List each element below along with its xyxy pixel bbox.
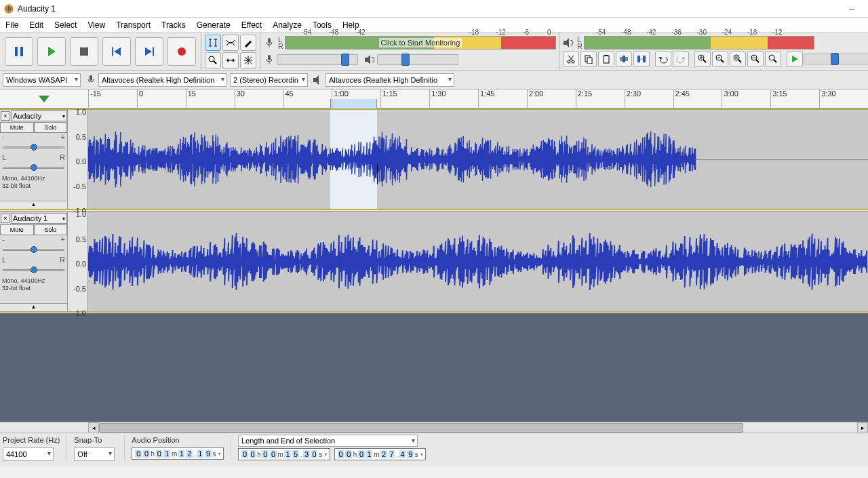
project-rate-combo[interactable]: 44100 xyxy=(3,447,54,461)
svg-marker-6 xyxy=(48,47,56,56)
gain-slider[interactable] xyxy=(3,245,64,254)
timeline-tick: 0 xyxy=(137,89,143,108)
track-close-button[interactable]: × xyxy=(1,214,10,223)
track-collapse-button[interactable]: ▲ xyxy=(0,303,67,311)
gain-slider[interactable] xyxy=(3,142,64,152)
svg-line-20 xyxy=(214,61,216,64)
playback-device-combo[interactable]: Altavoces (Realtek High Definitio xyxy=(326,73,454,87)
scroll-right-button[interactable]: ▸ xyxy=(857,422,868,433)
selection-mode-combo[interactable]: Length and End of Selection xyxy=(238,435,418,447)
svg-rect-7 xyxy=(80,47,88,56)
stop-button[interactable] xyxy=(70,37,98,66)
audio-position-field[interactable]: 00h01m12.19s xyxy=(132,447,224,460)
mute-button[interactable]: Mute xyxy=(0,122,34,133)
pan-slider[interactable] xyxy=(3,163,64,172)
vertical-scale[interactable]: 1.00.50.0-0.5-1.0 xyxy=(68,110,88,209)
svg-line-53 xyxy=(703,60,706,62)
skip-start-button[interactable] xyxy=(102,37,131,66)
waveform-area[interactable] xyxy=(88,212,868,311)
undo-button[interactable] xyxy=(655,51,671,67)
playback-speed-slider[interactable] xyxy=(804,54,868,64)
horizontal-scrollbar[interactable]: ◂ ▸ xyxy=(0,422,868,433)
menu-transport[interactable]: Transport xyxy=(111,18,156,32)
svg-rect-45 xyxy=(637,56,640,62)
svg-rect-43 xyxy=(625,57,628,61)
transport-toolbar xyxy=(0,33,201,70)
monitoring-hint: Click to Start Monitoring xyxy=(379,38,462,47)
timeline-play-icon[interactable] xyxy=(39,96,50,102)
silence-button[interactable] xyxy=(633,51,650,67)
track-control-panel: × Audacity 1 Mute Solo -+ LR Mono, 44100… xyxy=(0,212,68,311)
draw-tool[interactable] xyxy=(240,35,256,51)
zoom-toggle-button[interactable] xyxy=(765,51,781,67)
play-at-speed-button[interactable] xyxy=(787,51,803,67)
copy-button[interactable] xyxy=(580,51,597,67)
scroll-thumb[interactable] xyxy=(99,423,743,433)
svg-rect-46 xyxy=(643,56,646,62)
project-rate-label: Project Rate (Hz) xyxy=(3,435,60,445)
svg-rect-11 xyxy=(153,47,154,56)
menu-tracks[interactable]: Tracks xyxy=(156,18,191,32)
recording-meter[interactable]: -54 -48 -42 Click to Start Monitoring -1… xyxy=(285,36,556,49)
track-collapse-button[interactable]: ▲ xyxy=(0,201,67,209)
track-name-dropdown[interactable]: Audacity xyxy=(11,111,67,121)
svg-line-61 xyxy=(756,60,759,62)
pan-slider[interactable] xyxy=(3,265,64,275)
snap-to-combo[interactable]: Off xyxy=(74,447,115,461)
speaker-icon[interactable] xyxy=(562,37,574,49)
recording-volume-slider[interactable] xyxy=(277,54,358,65)
record-button[interactable] xyxy=(167,37,196,66)
menu-effect[interactable]: Effect xyxy=(236,18,267,32)
zoom-tool[interactable] xyxy=(205,52,221,68)
timeline-tick: 2:00 xyxy=(527,89,543,108)
track-name-dropdown[interactable]: Audacity 1 xyxy=(11,213,67,224)
zoom-out-button[interactable] xyxy=(712,51,728,67)
timeshift-tool[interactable] xyxy=(222,52,239,68)
rec-meter-lr: LR xyxy=(278,36,283,49)
pause-button[interactable] xyxy=(5,37,33,66)
paste-button[interactable] xyxy=(598,51,614,67)
tracks-empty-area[interactable] xyxy=(0,313,868,422)
menu-view[interactable]: View xyxy=(82,18,111,32)
redo-button[interactable] xyxy=(673,51,689,67)
svg-point-19 xyxy=(209,56,214,62)
envelope-tool[interactable] xyxy=(222,35,239,51)
playback-volume-slider[interactable] xyxy=(377,54,458,65)
timeline-tick: 3:15 xyxy=(770,89,787,108)
recording-channels-combo[interactable]: 2 (Stereo) Recordin xyxy=(230,73,308,87)
skip-end-button[interactable] xyxy=(135,37,163,66)
zoom-in-button[interactable] xyxy=(694,51,711,67)
timeline-ruler[interactable]: -1501530451:001:151:301:452:002:152:302:… xyxy=(0,89,868,108)
menu-generate[interactable]: Generate xyxy=(191,18,236,32)
speaker-icon xyxy=(363,54,376,66)
mic-icon[interactable] xyxy=(263,37,275,49)
menu-file[interactable]: File xyxy=(0,18,24,32)
multi-tool[interactable] xyxy=(240,52,256,68)
menu-edit[interactable]: Edit xyxy=(24,18,49,32)
selection-length-field[interactable]: 00h00m15.30s xyxy=(238,448,330,460)
menubar: File Edit Select View Transport Tracks G… xyxy=(0,18,868,33)
recording-device-combo[interactable]: Altavoces (Realtek High Definition xyxy=(98,73,227,87)
cut-button[interactable] xyxy=(563,51,579,67)
play-button[interactable] xyxy=(37,37,66,66)
menu-select[interactable]: Select xyxy=(49,18,82,32)
solo-button[interactable]: Solo xyxy=(34,122,68,133)
fit-selection-button[interactable] xyxy=(730,51,746,67)
track-format-info: Mono, 44100Hz32-bit float xyxy=(0,174,67,191)
svg-line-56 xyxy=(721,60,724,62)
vertical-scale[interactable]: 1.00.50.0-0.5-1.0 xyxy=(68,212,88,311)
track-close-button[interactable]: × xyxy=(1,111,10,121)
scroll-left-button[interactable]: ◂ xyxy=(88,422,99,433)
mute-button[interactable]: Mute xyxy=(0,224,34,235)
waveform-area[interactable] xyxy=(88,110,868,209)
selection-end-field[interactable]: 00h01m27.49s xyxy=(334,448,427,460)
selection-tool[interactable] xyxy=(205,35,221,51)
fit-project-button[interactable] xyxy=(747,51,764,67)
minimize-button[interactable]: ─ xyxy=(840,2,864,16)
svg-line-58 xyxy=(738,60,741,62)
trim-button[interactable] xyxy=(616,51,632,67)
audio-host-combo[interactable]: Windows WASAPI xyxy=(3,73,81,87)
playback-meter[interactable]: -54 -48 -42 -36 -30 -24 -18 -12 xyxy=(584,36,814,49)
solo-button[interactable]: Solo xyxy=(34,224,68,235)
timeline-tick: -15 xyxy=(88,89,101,108)
